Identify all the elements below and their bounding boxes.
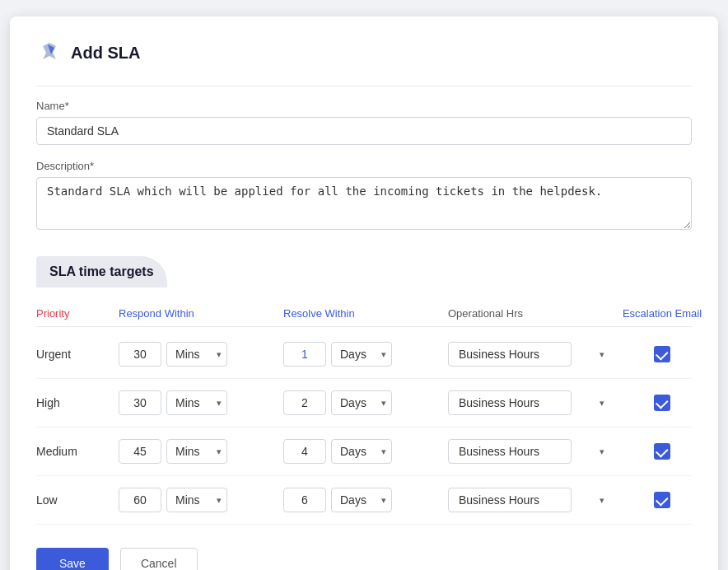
respond-val-urgent[interactable] xyxy=(119,342,161,367)
resolve-unit-urgent[interactable]: MinsHoursDays xyxy=(331,342,392,367)
respond-group-high: MinsHoursDays xyxy=(119,390,283,415)
respond-val-high[interactable] xyxy=(119,390,161,415)
header-divider xyxy=(36,86,692,86)
table-row: High MinsHoursDays MinsHoursDays xyxy=(36,379,692,428)
header-respond: Respond Within xyxy=(119,307,283,320)
resolve-unit-high[interactable]: MinsHoursDays xyxy=(331,390,392,415)
escalation-cell-urgent xyxy=(613,346,712,362)
ops-select-medium[interactable]: Business HoursCalendar Hours24/7 xyxy=(448,439,572,464)
respond-group-low: MinsHoursDays xyxy=(119,488,283,512)
add-sla-modal: Add SLA Name* Description* Standard SLA … xyxy=(10,16,718,570)
page-title: Add SLA xyxy=(71,44,140,63)
resolve-group-medium: MinsHoursDays xyxy=(283,439,448,464)
respond-unit-high[interactable]: MinsHoursDays xyxy=(166,390,227,415)
respond-unit-urgent[interactable]: MinsHoursDays xyxy=(166,342,227,367)
ops-wrapper-high: Business HoursCalendar Hours24/7 xyxy=(448,390,613,415)
escalation-checkbox-medium[interactable] xyxy=(654,443,670,460)
respond-unit-wrapper-urgent: MinsHoursDays xyxy=(166,342,227,367)
escalation-cell-medium xyxy=(613,443,712,460)
sla-table: Priority Respond Within Resolve Within O… xyxy=(36,301,692,525)
name-input[interactable] xyxy=(36,117,692,145)
respond-unit-wrapper-medium: MinsHoursDays xyxy=(166,439,227,464)
resolve-group-high: MinsHoursDays xyxy=(283,390,448,415)
name-label: Name* xyxy=(36,100,692,112)
header-escalation: Escalation Email xyxy=(613,307,712,320)
ops-wrapper-low: Business HoursCalendar Hours24/7 xyxy=(448,488,613,512)
escalation-cell-low xyxy=(613,492,712,508)
ops-wrapper-medium: Business HoursCalendar Hours24/7 xyxy=(448,439,613,464)
respond-unit-wrapper-low: MinsHoursDays xyxy=(166,488,227,512)
resolve-unit-wrapper-high: MinsHoursDays xyxy=(331,390,392,415)
table-header: Priority Respond Within Resolve Within O… xyxy=(36,301,692,327)
priority-urgent: Urgent xyxy=(36,348,119,361)
resolve-unit-wrapper-low: MinsHoursDays xyxy=(331,488,392,512)
respond-unit-medium[interactable]: MinsHoursDays xyxy=(166,439,227,464)
footer-actions: Save Cancel xyxy=(36,548,692,570)
description-field-group: Description* Standard SLA which will be … xyxy=(36,160,692,233)
resolve-val-medium[interactable] xyxy=(283,439,326,464)
description-label: Description* xyxy=(36,160,692,172)
header-priority: Priority xyxy=(36,307,119,320)
table-row: Medium MinsHoursDays MinsHoursDays xyxy=(36,428,692,476)
ops-select-urgent[interactable]: Business HoursCalendar Hours24/7 xyxy=(448,342,572,367)
cancel-button[interactable]: Cancel xyxy=(120,548,198,570)
resolve-unit-low[interactable]: MinsHoursDays xyxy=(331,488,392,512)
section-title: SLA time targets xyxy=(36,256,167,287)
priority-low: Low xyxy=(36,493,119,507)
table-row: Low MinsHoursDays MinsHoursDays xyxy=(36,476,692,525)
escalation-checkbox-urgent[interactable] xyxy=(654,346,670,362)
respond-group-urgent: MinsHoursDays xyxy=(119,342,283,367)
resolve-group-low: MinsHoursDays xyxy=(283,488,448,512)
escalation-checkbox-high[interactable] xyxy=(654,395,670,411)
save-button[interactable]: Save xyxy=(36,548,109,570)
header-resolve: Resolve Within xyxy=(283,307,448,320)
name-field-group: Name* xyxy=(36,100,692,145)
resolve-unit-wrapper-urgent: MinsHoursDays xyxy=(331,342,392,367)
ops-select-high[interactable]: Business HoursCalendar Hours24/7 xyxy=(448,390,572,415)
resolve-val-high[interactable] xyxy=(283,390,326,415)
header-ops: Operational Hrs xyxy=(448,307,613,320)
ops-select-low[interactable]: Business HoursCalendar Hours24/7 xyxy=(448,488,572,512)
resolve-group-urgent: MinsHoursDays xyxy=(283,342,448,367)
sla-section: SLA time targets Priority Respond Within… xyxy=(36,248,692,525)
respond-group-medium: MinsHoursDays xyxy=(119,439,283,464)
resolve-val-urgent[interactable] xyxy=(283,342,326,367)
modal-header: Add SLA xyxy=(36,40,692,66)
respond-unit-low[interactable]: MinsHoursDays xyxy=(166,488,227,512)
resolve-unit-wrapper-medium: MinsHoursDays xyxy=(331,439,392,464)
escalation-checkbox-low[interactable] xyxy=(654,492,670,508)
priority-high: High xyxy=(36,396,119,409)
resolve-unit-medium[interactable]: MinsHoursDays xyxy=(331,439,392,464)
respond-val-low[interactable] xyxy=(119,488,161,512)
respond-unit-wrapper-high: MinsHoursDays xyxy=(166,390,227,415)
logo-icon xyxy=(36,40,63,66)
escalation-cell-high xyxy=(613,395,712,411)
resolve-val-low[interactable] xyxy=(283,488,326,512)
table-row: Urgent MinsHoursDays MinsHoursDays xyxy=(36,330,692,379)
ops-wrapper-urgent: Business HoursCalendar Hours24/7 xyxy=(448,342,613,367)
description-input[interactable]: Standard SLA which will be applied for a… xyxy=(36,177,692,230)
priority-medium: Medium xyxy=(36,445,119,458)
respond-val-medium[interactable] xyxy=(119,439,161,464)
